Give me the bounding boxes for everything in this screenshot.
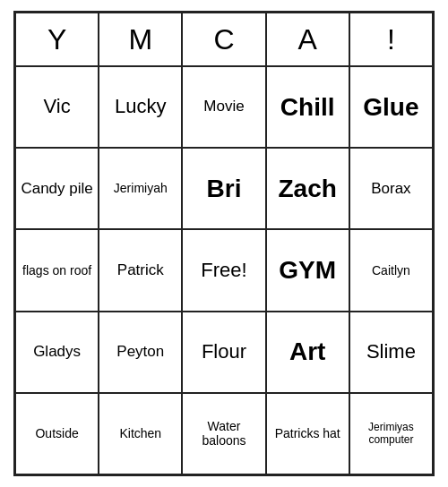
bingo-cell-r4-c2: Water baloons: [182, 393, 265, 474]
bingo-cell-r1-c2: Bri: [182, 148, 265, 229]
bingo-cell-r3-c3: Art: [266, 312, 349, 393]
bingo-cell-r2-c1: Patrick: [99, 229, 182, 311]
bingo-cell-r3-c0: Gladys: [15, 312, 99, 393]
bingo-cell-r1-c3: Zach: [266, 148, 349, 229]
bingo-cell-r3-c2: Flour: [182, 312, 265, 393]
bingo-card: YMCA!VicLuckyMovieChillGlueCandy pileJer…: [13, 11, 435, 476]
header-cell: C: [182, 13, 265, 66]
bingo-cell-r0-c3: Chill: [266, 66, 349, 148]
bingo-cell-r2-c3: GYM: [266, 229, 349, 311]
bingo-cell-r0-c0: Vic: [15, 66, 99, 148]
header-cell: M: [99, 13, 182, 66]
bingo-cell-r4-c1: Kitchen: [99, 393, 182, 474]
bingo-cell-r2-c4: Caitlyn: [349, 229, 433, 311]
bingo-cell-r0-c1: Lucky: [99, 66, 182, 148]
bingo-cell-r2-c0: flags on roof: [15, 229, 99, 311]
bingo-cell-r4-c0: Outside: [15, 393, 99, 474]
bingo-cell-r1-c4: Borax: [349, 148, 433, 229]
bingo-cell-r0-c4: Glue: [349, 66, 433, 148]
bingo-cell-r4-c3: Patricks hat: [266, 393, 349, 474]
header-cell: A: [266, 13, 349, 66]
bingo-cell-r2-c2: Free!: [182, 229, 265, 311]
bingo-cell-r0-c2: Movie: [182, 66, 265, 148]
header-cell: !: [349, 13, 433, 66]
header-cell: Y: [15, 13, 99, 66]
bingo-cell-r1-c1: Jerimiyah: [99, 148, 182, 229]
bingo-cell-r4-c4: Jerimiyas computer: [349, 393, 433, 474]
bingo-cell-r3-c1: Peyton: [99, 312, 182, 393]
bingo-cell-r1-c0: Candy pile: [15, 148, 99, 229]
bingo-cell-r3-c4: Slime: [349, 312, 433, 393]
